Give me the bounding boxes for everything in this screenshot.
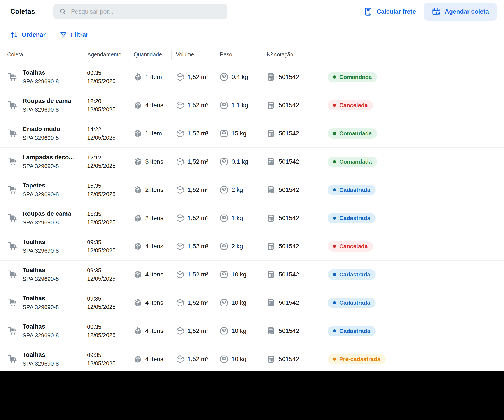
peso-value: 2 kg [231,243,243,250]
status-label: Cancelada [339,102,368,109]
coletas-page: Coletas [0,0,504,371]
cotacao-value: 501542 [279,243,299,250]
table-row[interactable]: Toalhas SPA 329690-8 09:35 12/05/2025 1 … [0,63,504,91]
package-icon [133,73,142,81]
status-dot-icon [333,273,336,276]
status-badge: Cadastrada [328,213,376,223]
status-label: Cadastrada [339,328,370,335]
calculator-icon [266,214,275,222]
cart-icon [7,128,18,139]
volume-cell: 1,52 m³ [172,157,216,166]
peso-cell: 1.1 kg [216,101,263,110]
cotacao-value: 501542 [279,356,299,363]
volume-value: 1,52 m³ [187,243,208,250]
quantidade-cell: 4 itens [130,242,172,251]
cotacao-cell: 501542 [263,101,322,110]
filtrar-button[interactable]: Filtrar [60,31,88,39]
agendamento-time: 15:35 [87,183,101,189]
status-dot-icon [333,330,336,332]
peso-value: 10 kg [231,356,246,363]
agendamento-time: 09:35 [87,70,101,76]
coleta-name: Roupas de cama [23,210,71,217]
table-row[interactable]: Roupas de cama SPA 329690-8 15:35 12/05/… [0,204,504,232]
table-row[interactable]: Tapetes SPA 329690-8 15:35 12/05/2025 2 … [0,176,504,204]
agendamento-time: 09:35 [87,267,101,273]
coleta-cell: Toalhas SPA 329690-8 [0,323,84,339]
agendamento-date: 12/05/2025 [87,332,115,338]
ordenar-label: Ordenar [22,31,46,38]
cotacao-value: 501542 [279,271,299,278]
cart-icon [7,156,18,167]
status-cell: Cadastrada [322,326,376,336]
volume-cell: 1,52 m³ [172,101,216,110]
status-label: Cadastrada [339,215,370,222]
table-row[interactable]: Toalhas SPA 329690-8 09:35 12/05/2025 4 … [0,345,504,371]
coleta-name: Lampadas deco... [23,154,74,161]
peso-value: 2 kg [231,186,243,193]
volume-cell: 1,52 m³ [172,73,216,81]
cotacao-value: 501542 [279,73,299,80]
volume-value: 1,52 m³ [187,73,208,80]
cart-icon [7,241,18,252]
cube-dashed-icon [176,270,184,279]
scale-icon [220,129,228,138]
coleta-code: SPA 329690-8 [23,219,71,226]
cube-dashed-icon [176,298,184,307]
table-row[interactable]: Toalhas SPA 329690-8 09:35 12/05/2025 4 … [0,289,504,317]
cube-dashed-icon [176,73,184,81]
package-icon [133,101,142,110]
peso-cell: 10 kg [216,270,263,279]
coleta-code: SPA 329690-8 [23,106,71,113]
status-label: Comandada [339,158,372,165]
status-cell: Cadastrada [322,270,376,280]
cube-dashed-icon [176,327,184,335]
column-header-peso: Peso [216,50,263,60]
coleta-code: SPA 329690-8 [23,275,59,283]
ordenar-button[interactable]: Ordenar [10,31,46,39]
agendamento-cell: 09:35 12/05/2025 [84,70,130,84]
cotacao-cell: 501542 [263,355,322,364]
quantidade-value: 4 itens [145,356,163,363]
quantidade-value: 1 item [145,73,162,80]
scale-icon [220,186,228,194]
table-row[interactable]: Toalhas SPA 329690-8 09:35 12/05/2025 4 … [0,261,504,289]
peso-cell: 0.4 kg [216,73,263,81]
cart-icon [7,269,18,280]
agendamento-cell: 12:12 12/05/2025 [84,154,130,169]
agendamento-cell: 09:35 12/05/2025 [84,352,130,366]
table-row[interactable]: Toalhas SPA 329690-8 09:35 12/05/2025 4 … [0,317,504,345]
quantidade-value: 4 itens [145,271,163,278]
quantidade-value: 4 itens [145,327,163,335]
agendamento-time: 09:35 [87,295,101,302]
status-cell: Comandada [322,157,377,167]
coleta-code: SPA 329690-8 [23,303,59,311]
cart-icon [7,326,18,336]
agendar-coleta-button[interactable]: Agendar coleta [424,3,497,21]
cotacao-value: 501542 [279,186,299,193]
search-input[interactable] [70,8,222,15]
table-row[interactable]: Roupas de cama SPA 329690-8 12:20 12/05/… [0,91,504,120]
quantidade-cell: 1 item [130,73,172,81]
search-box[interactable] [53,4,227,19]
cotacao-cell: 501542 [263,157,322,166]
status-dot-icon [333,188,336,192]
table-row[interactable]: Lampadas deco... SPA 329690-8 12:12 12/0… [0,148,504,176]
agendamento-cell: 09:35 12/05/2025 [84,324,130,338]
volume-value: 1,52 m³ [187,102,208,109]
scale-icon [220,298,228,307]
status-cell: Pré-cadastrada [322,354,386,364]
table-row[interactable]: Criado mudo SPA 329690-8 14:22 12/05/202… [0,120,504,148]
status-badge: Comandada [328,72,377,82]
status-badge: Cadastrada [328,326,376,336]
agendamento-date: 12/05/2025 [87,191,115,197]
agendamento-cell: 09:35 12/05/2025 [84,295,130,310]
agendar-coleta-label: Agendar coleta [445,8,489,15]
agendamento-date: 12/05/2025 [87,219,115,225]
calcular-frete-button[interactable]: Calcular frete [364,7,416,16]
package-icon [133,327,142,335]
peso-value: 15 kg [231,130,246,137]
column-header-volume: Volume [172,50,216,60]
status-label: Cadastrada [339,300,370,306]
table-row[interactable]: Toalhas SPA 329690-8 09:35 12/05/2025 4 … [0,232,504,261]
peso-cell: 15 kg [216,129,263,138]
